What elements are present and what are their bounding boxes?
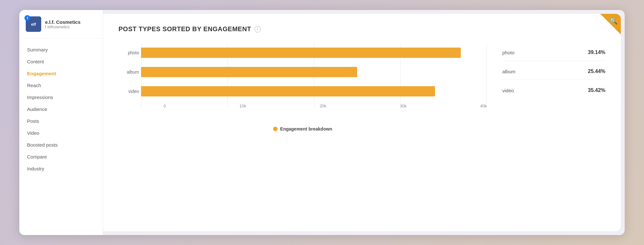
bar-fill-video (141, 86, 435, 96)
brand-header: f elf e.l.f. Cosmetics f /elfcosmetics (19, 10, 103, 39)
brand-name: e.l.f. Cosmetics (45, 19, 80, 25)
sidebar-item-engagement[interactable]: Engagement (19, 68, 103, 79)
search-icon: 🔍 (610, 17, 618, 25)
main-content: 🔍 POST TYPES SORTED BY ENGAGEMENT i (103, 14, 621, 231)
sidebar-item-boosted-posts[interactable]: Boosted posts (19, 139, 103, 151)
stat-value-album: 25.44% (588, 68, 605, 74)
sidebar-item-audience[interactable]: Audience (19, 103, 103, 115)
brand-info: e.l.f. Cosmetics f /elfcosmetics (45, 19, 80, 29)
stats-panel: photo39.14%album25.44%video35.42% (502, 43, 605, 98)
bar-row-photo: photo (141, 43, 487, 62)
sidebar-item-reach[interactable]: Reach (19, 79, 103, 91)
bar-chart-wrapper: photoalbumvideo010k20k30k40k Engagement … (118, 43, 487, 132)
bar-track-album (141, 67, 487, 77)
bar-track-photo (141, 48, 487, 58)
bar-label-video: video (118, 89, 139, 94)
stat-name-photo: photo (502, 50, 515, 55)
stat-row-video: video35.42% (502, 87, 605, 98)
bar-fill-photo (141, 48, 461, 58)
bar-track-video (141, 86, 487, 96)
sidebar-item-content[interactable]: Content (19, 56, 103, 68)
facebook-badge: f (24, 15, 30, 21)
sidebar-item-summary[interactable]: Summary (19, 44, 103, 56)
nav-menu: SummaryContentEngagementReachImpressions… (19, 39, 103, 180)
bar-label-photo: photo (118, 50, 139, 55)
sidebar: f elf e.l.f. Cosmetics f /elfcosmetics S… (19, 10, 103, 235)
legend-dot (273, 127, 278, 131)
chart-area: photoalbumvideo010k20k30k40k Engagement … (118, 43, 605, 132)
stat-name-video: video (502, 88, 514, 93)
brand-logo: f elf (26, 16, 41, 32)
stat-row-album: album25.44% (502, 68, 605, 80)
bar-fill-album (141, 67, 357, 77)
brand-handle: f /elfcosmetics (45, 25, 80, 29)
chart-legend: Engagement breakdown (118, 126, 487, 132)
stat-value-photo: 39.14% (588, 50, 605, 55)
legend-label: Engagement breakdown (280, 126, 332, 132)
sidebar-item-industry[interactable]: Industry (19, 163, 103, 175)
stat-value-video: 35.42% (588, 87, 605, 93)
sidebar-item-impressions[interactable]: Impressions (19, 91, 103, 103)
stat-row-photo: photo39.14% (502, 50, 605, 61)
bar-label-album: album (118, 69, 139, 75)
app-container: f elf e.l.f. Cosmetics f /elfcosmetics S… (19, 10, 625, 235)
bar-row-video: video (141, 82, 487, 101)
stat-name-album: album (502, 69, 516, 74)
sidebar-item-compare[interactable]: Compare (19, 151, 103, 163)
bar-chart: photoalbumvideo010k20k30k40k (118, 43, 487, 121)
bar-row-album: album (141, 62, 487, 82)
sidebar-item-posts[interactable]: Posts (19, 115, 103, 127)
chart-title: POST TYPES SORTED BY ENGAGEMENT i (118, 25, 605, 33)
sidebar-item-video[interactable]: Video (19, 127, 103, 139)
info-icon[interactable]: i (254, 26, 261, 32)
